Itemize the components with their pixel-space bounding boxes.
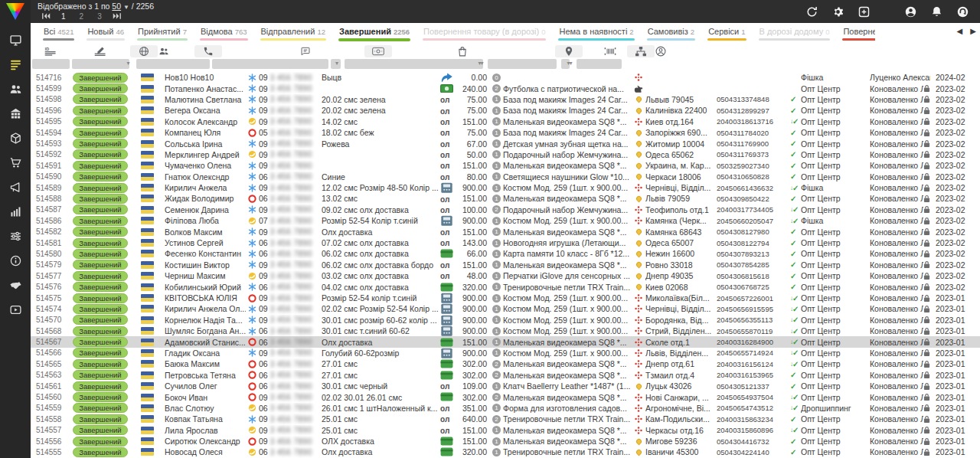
filter-comment-input[interactable]: [212, 59, 328, 69]
table-row[interactable]: 514560ЗавершенийБокоч Иван093 456 789002…: [31, 391, 980, 402]
table-row[interactable]: 514580ЗавершенийФесенко Константин063 45…: [31, 248, 980, 259]
table-row[interactable]: 514556ЗавершенийСиротюк Олександр093 456…: [31, 436, 980, 447]
phone-prefix: 09: [259, 205, 268, 214]
tab-нема-в-наявності[interactable]: Нема в наявності2: [552, 23, 640, 44]
table-row[interactable]: 514579ЗавершенийКостишин Виктор093 456 7…: [31, 260, 980, 270]
vodafone-icon: [248, 129, 256, 137]
table-row[interactable]: 514593ЗавершенийСольська Ірина093 456 78…: [31, 138, 980, 149]
last-page-icon[interactable]: [109, 11, 126, 21]
sidebar-item-partners-handshake[interactable]: [0, 273, 31, 297]
table-row[interactable]: 514563ЗавершенийПетровська Тетяна063 456…: [31, 370, 980, 381]
filter-id-input[interactable]: [32, 59, 70, 69]
first-page-icon[interactable]: [38, 11, 54, 21]
quantity-badge: 2: [492, 415, 501, 424]
page-number[interactable]: 1: [54, 12, 73, 21]
sidebar-item-settings-sliders[interactable]: [0, 224, 31, 248]
manager-name: Коноваленко Ли...: [870, 205, 923, 214]
table-row[interactable]: 514598ЗавершенийМалютина Светлана093 456…: [31, 94, 980, 105]
manager-name: Коноваленко Ли...: [870, 293, 923, 303]
sidebar-item-statistics-chart[interactable]: [0, 199, 31, 224]
table-row[interactable]: 514559ЗавершенийВлас Слотюу063 456 78902…: [31, 403, 980, 414]
table-row[interactable]: 514575ЗавершенийКВІТОВСЬКА ЮЛІЯ093 456 7…: [31, 293, 980, 303]
gear-icon[interactable]: [831, 5, 844, 18]
table-row[interactable]: 514595ЗавершенийКолосок Александр093 456…: [31, 116, 980, 127]
tab-в-дорозі-додому[interactable]: В дорозі додому0: [753, 23, 837, 44]
table-row[interactable]: 514565ЗавершенийБаюка Максим063 456 7890…: [31, 358, 980, 369]
sidebar-item-warehouse[interactable]: [0, 101, 31, 126]
tabs-scroll-left-icon[interactable]: ◀: [957, 27, 963, 35]
sidebar-item-video-tutorials[interactable]: [0, 297, 31, 322]
tab-повернення-товару-в-дорозі-[interactable]: Повернення товару (в дорозі)0: [416, 23, 552, 44]
page-number[interactable]: 2: [73, 12, 91, 21]
order-comment: 27.01 смс: [322, 370, 440, 381]
table-row[interactable]: 514577ЗавершенийЧерниш Максим093 456 789…: [31, 270, 980, 281]
sidebar-item-monitor[interactable]: [0, 28, 31, 52]
tab-новый[interactable]: Новый46: [80, 23, 131, 44]
order-status-cell: Завершений: [70, 270, 130, 281]
table-row[interactable]: 514716ЗавершенийНов10 Нов10093 456 7890В…: [31, 72, 980, 83]
table-row[interactable]: 514591ЗавершенийЧумаченко Олена093 456 7…: [31, 160, 980, 171]
notifications-bell-icon[interactable]: [930, 5, 943, 18]
tab-відправлений[interactable]: Відправлений12: [254, 23, 332, 44]
table-row[interactable]: 514589ЗавершенийКирилич Анжела093 456 78…: [31, 182, 980, 193]
filter-payment-dropdown[interactable]: ▾: [331, 59, 341, 69]
sidebar-item-procurement-cart[interactable]: [0, 150, 31, 175]
table-row[interactable]: 514558ЗавершенийКовпак Татьяна093 456 78…: [31, 414, 980, 424]
sidebar-item-customers[interactable]: [0, 77, 31, 101]
tab-відмова[interactable]: Відмова763: [194, 23, 254, 44]
table-row[interactable]: 514582ЗавершенийВолков Максим093 456 789…: [31, 226, 980, 237]
table-row[interactable]: 514568ЗавершенийШумляс Богдана Ан...063 …: [31, 326, 980, 336]
table-row[interactable]: 514555ЗавершенийНовосад Олеся063 456 789…: [31, 447, 980, 457]
filter-phone-input[interactable]: [136, 59, 210, 69]
tabs-scroll-right-icon[interactable]: ▶: [970, 27, 976, 35]
order-total: 900.00: [462, 304, 487, 313]
table-row[interactable]: 514581ЗавершенийУстинов Сергей063 456 78…: [31, 237, 980, 248]
table-row[interactable]: 514594ЗавершенийКомпанец Юля053 456 7890…: [31, 127, 980, 138]
customer-name: Баюка Максим: [165, 358, 246, 369]
manager-cell: Коноваленко Ли...: [870, 138, 933, 149]
page-size-dropdown[interactable]: 50: [112, 2, 121, 11]
tab-прийнятий[interactable]: Прийнятий7: [131, 23, 194, 44]
tab-завершений[interactable]: Завершений2256: [332, 23, 416, 44]
check-icon: ✓: [790, 172, 796, 181]
tab-всі[interactable]: Всі4521: [37, 23, 80, 44]
tab-сервіси[interactable]: Сервіси1: [701, 23, 752, 44]
phone-number-redacted: 3 456 7890: [270, 415, 312, 424]
refresh-icon[interactable]: [805, 5, 818, 18]
kyivstar-icon: [248, 106, 256, 115]
tab-повернення-завершений-[interactable]: Повернення (завершений)125: [836, 23, 875, 44]
filter-date-input[interactable]: [577, 59, 622, 69]
sidebar-item-orders-list[interactable]: [0, 52, 31, 77]
filter-city-input[interactable]: [488, 59, 557, 69]
ukraine-flag-icon: [141, 184, 154, 191]
table-row[interactable]: 514576ЗавершенийКобилинський Юрий063 456…: [31, 281, 980, 292]
tab-count: 0: [825, 28, 829, 36]
table-row[interactable]: 514588ЗавершенийЖидак Володимир063 456 7…: [31, 193, 980, 204]
tab-самовивіз[interactable]: Самовивіз2: [641, 23, 701, 44]
sidebar-item-info[interactable]: [0, 248, 31, 273]
table-row[interactable]: 514566ЗавершенийГладик Оксана093 456 789…: [31, 348, 980, 358]
table-row[interactable]: 514599ЗавершенийПотапенко Анастас...093 …: [31, 83, 980, 93]
order-total-cell: 151.00: [440, 336, 491, 347]
table-row[interactable]: 514561ЗавершенийСучилов Олег063 456 7890…: [31, 381, 980, 391]
sidebar-item-marketing-megaphone[interactable]: [0, 175, 31, 199]
table-row[interactable]: 514567ЗавершенийАдамовский Станис...063 …: [31, 336, 980, 347]
support-headset-icon[interactable]: [956, 5, 969, 18]
table-row[interactable]: 514590ЗавершенийГнатюк Олексндр063 456 7…: [31, 172, 980, 182]
table-row[interactable]: 514587ЗавершенийСеменюк Дарина093 456 78…: [31, 204, 980, 215]
table-row[interactable]: 514557ЗавершенийЛила Ярослав093 456 7890…: [31, 425, 980, 436]
order-date: 2023-02: [933, 248, 980, 259]
account-icon[interactable]: [904, 5, 917, 18]
table-row[interactable]: 514586ЗавершенийФіліпова Люба073 456 789…: [31, 215, 980, 226]
filter-product-input[interactable]: ▾: [345, 59, 483, 69]
table-row[interactable]: 514570ЗавершенийКорнелюк Надія Та...093 …: [31, 315, 980, 326]
add-icon[interactable]: [858, 5, 871, 18]
table-row[interactable]: 514596ЗавершенийВегера Оксана093 456 789…: [31, 105, 980, 116]
settings-sliders-icon: [9, 230, 22, 243]
sidebar-item-products[interactable]: [0, 126, 31, 150]
order-date: 2023-01: [933, 336, 980, 347]
filter-status-input[interactable]: [72, 59, 129, 69]
table-row[interactable]: 514574ЗавершенийКирилич Анжела Ол...093 …: [31, 303, 980, 314]
page-number[interactable]: 3: [90, 12, 109, 21]
table-row[interactable]: 514592ЗавершенийМерклингер Андрей093 456…: [31, 149, 980, 160]
